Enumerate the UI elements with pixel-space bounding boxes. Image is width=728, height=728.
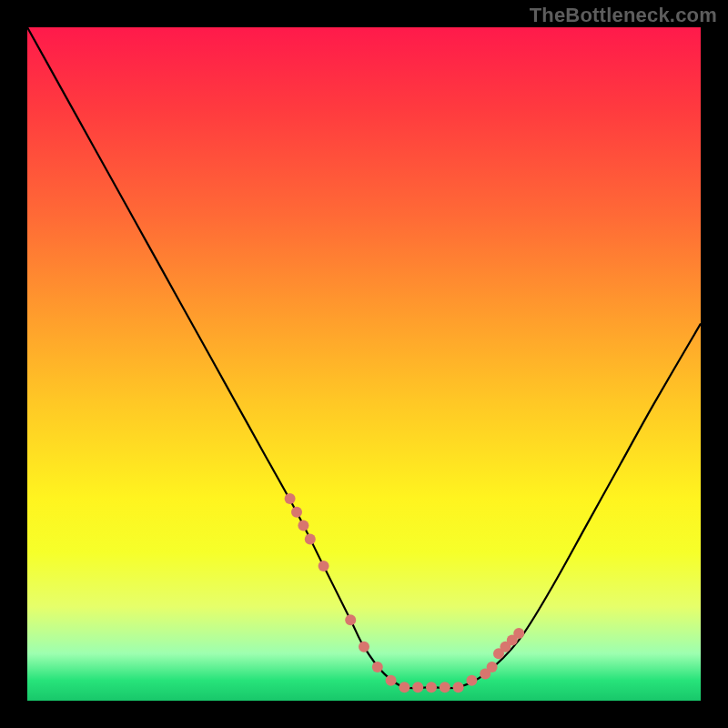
watermark-text: TheBottleneck.com — [530, 4, 717, 27]
marker-point — [285, 493, 296, 504]
marker-point — [399, 682, 410, 693]
marker-point — [453, 682, 464, 693]
marker-point — [318, 561, 329, 571]
marker-point — [386, 675, 397, 686]
marker-point — [345, 614, 356, 625]
marker-point — [305, 533, 316, 544]
curve-path — [27, 27, 701, 688]
marker-point — [372, 662, 383, 672]
marker-point — [440, 682, 450, 693]
marker-point — [426, 682, 437, 693]
bottleneck-chart — [27, 27, 701, 701]
marker-point — [412, 682, 423, 693]
marker-point — [291, 507, 302, 518]
marker-point — [513, 628, 524, 639]
marker-point — [298, 521, 308, 531]
marker-point — [466, 675, 477, 686]
marker-point — [359, 642, 369, 652]
marker-group — [285, 493, 525, 693]
marker-point — [487, 662, 498, 672]
